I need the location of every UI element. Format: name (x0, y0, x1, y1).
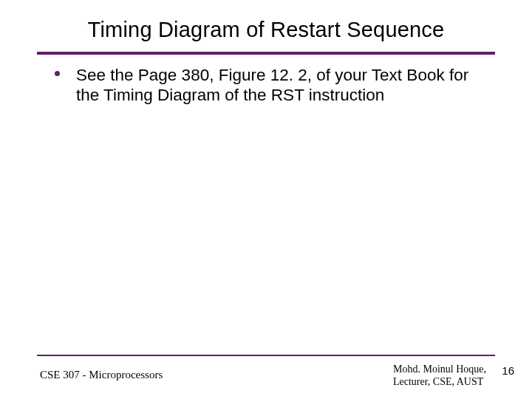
bullet-item: See the Page 380, Figure 12. 2, of your … (55, 65, 488, 106)
content-area: See the Page 380, Figure 12. 2, of your … (55, 65, 488, 106)
slide: Timing Diagram of Restart Sequence See t… (0, 0, 532, 399)
footer-course: CSE 307 - Microprocessors (40, 369, 163, 381)
bullet-text: See the Page 380, Figure 12. 2, of your … (76, 65, 488, 106)
title-underline (37, 52, 495, 55)
footer-divider (37, 355, 495, 356)
footer-author-line1: Mohd. Moinul Hoque, (393, 364, 486, 376)
footer-author: Mohd. Moinul Hoque, Lecturer, CSE, AUST (393, 364, 486, 389)
page-number: 16 (502, 364, 514, 377)
footer-author-line2: Lecturer, CSE, AUST (393, 376, 486, 389)
slide-title: Timing Diagram of Restart Sequence (0, 18, 532, 42)
bullet-dot-icon (55, 71, 60, 76)
